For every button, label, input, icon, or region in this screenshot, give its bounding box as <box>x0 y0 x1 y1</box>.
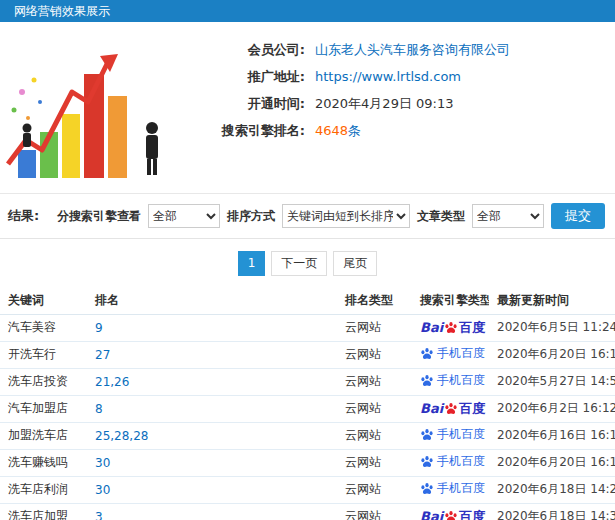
info-row-company: 会员公司: 山东老人头汽车服务咨询有限公司 <box>185 36 615 63</box>
mobile-baidu-logo: 手机百度 <box>420 426 485 443</box>
rank-cell[interactable]: 25,28,28 <box>87 422 337 449</box>
pagination: 1 下一页 尾页 <box>0 239 615 287</box>
update-time-cell: 2020年6月5日 11:24 <box>489 314 615 341</box>
rank-type-cell: 云网站 <box>337 341 412 368</box>
table-header-row: 关键词 排名 排名类型 搜索引擎类型 最新更新时间 <box>0 287 615 314</box>
company-label: 会员公司: <box>185 41 305 59</box>
update-time-cell: 2020年6月2日 16:12 <box>489 395 615 422</box>
col-keyword: 关键词 <box>0 287 87 314</box>
col-rank: 排名 <box>87 287 337 314</box>
keyword-cell: 汽车美容 <box>0 314 87 341</box>
mobile-baidu-logo: 手机百度 <box>420 480 485 497</box>
baidu-logo: Bai百度 <box>420 319 485 337</box>
keyword-cell: 洗车赚钱吗 <box>0 449 87 476</box>
rank-cell[interactable]: 8 <box>87 395 337 422</box>
open-time-label: 开通时间: <box>185 95 305 113</box>
keyword-cell: 加盟洗车店 <box>0 422 87 449</box>
rank-count-number: 4648 <box>315 123 348 138</box>
page-current[interactable]: 1 <box>238 251 266 276</box>
col-engine-type: 搜索引擎类型 <box>412 287 489 314</box>
paw-icon <box>420 374 434 388</box>
sort-select[interactable]: 关键词由短到长排序 <box>282 204 410 228</box>
submit-button[interactable]: 提交 <box>551 203 605 229</box>
paw-icon <box>420 347 434 361</box>
type-filter-label: 文章类型 <box>417 208 465 225</box>
table-row: 加盟洗车店25,28,28云网站手机百度2020年6月16日 16:11 <box>0 422 615 449</box>
table-row: 开洗车行27云网站手机百度2020年6月20日 16:16 <box>0 341 615 368</box>
table-row: 洗车店加盟3云网站Bai百度2020年6月18日 14:30 <box>0 503 615 520</box>
rank-cell[interactable]: 3 <box>87 503 337 520</box>
info-row-open-time: 开通时间: 2020年4月29日 09:13 <box>185 90 615 117</box>
rank-type-cell: 云网站 <box>337 368 412 395</box>
table-row: 洗车赚钱吗30云网站手机百度2020年6月20日 16:13 <box>0 449 615 476</box>
engine-cell: Bai百度 <box>412 395 489 422</box>
filter-bar: 结果: 分搜索引擎查看 全部 排序方式 关键词由短到长排序 文章类型 全部 提交 <box>0 194 615 239</box>
mobile-baidu-logo: 手机百度 <box>420 345 485 362</box>
update-time-cell: 2020年6月20日 16:13 <box>489 449 615 476</box>
chart-illustration <box>0 32 185 182</box>
update-time-cell: 2020年6月18日 14:27 <box>489 476 615 503</box>
next-page-button[interactable]: 下一页 <box>271 251 327 276</box>
last-page-button[interactable]: 尾页 <box>333 251 377 276</box>
rank-type-cell: 云网站 <box>337 395 412 422</box>
keyword-cell: 汽车加盟店 <box>0 395 87 422</box>
rank-cell[interactable]: 21,26 <box>87 368 337 395</box>
engine-select[interactable]: 全部 <box>148 204 220 228</box>
rank-cell[interactable]: 30 <box>87 449 337 476</box>
engine-cell: 手机百度 <box>412 368 489 395</box>
info-fields: 会员公司: 山东老人头汽车服务咨询有限公司 推广地址: https://www.… <box>185 32 615 185</box>
paw-icon <box>420 482 434 496</box>
promotion-url-link[interactable]: https://www.lrtlsd.com <box>315 69 461 84</box>
rank-cell[interactable]: 27 <box>87 341 337 368</box>
result-label: 结果: <box>8 207 39 225</box>
mobile-baidu-logo: 手机百度 <box>420 372 485 389</box>
page-title: 网络营销效果展示 <box>14 4 110 18</box>
update-time-cell: 2020年5月27日 14:58 <box>489 368 615 395</box>
engine-cell: Bai百度 <box>412 314 489 341</box>
table-row: 汽车加盟店8云网站Bai百度2020年6月2日 16:12 <box>0 395 615 422</box>
update-time-cell: 2020年6月20日 16:16 <box>489 341 615 368</box>
paw-icon <box>444 510 458 520</box>
rank-type-cell: 云网站 <box>337 314 412 341</box>
col-update-time: 最新更新时间 <box>489 287 615 314</box>
table-row: 洗车店投资21,26云网站手机百度2020年5月27日 14:58 <box>0 368 615 395</box>
paw-icon <box>420 455 434 469</box>
open-time-value: 2020年4月29日 09:13 <box>315 95 454 113</box>
baidu-logo: Bai百度 <box>420 400 485 418</box>
rank-count-suffix: 条 <box>348 123 361 138</box>
keyword-cell: 洗车店投资 <box>0 368 87 395</box>
engine-cell: Bai百度 <box>412 503 489 520</box>
keyword-cell: 开洗车行 <box>0 341 87 368</box>
rank-cell[interactable]: 9 <box>87 314 337 341</box>
col-rank-type: 排名类型 <box>337 287 412 314</box>
rank-cell[interactable]: 30 <box>87 476 337 503</box>
engine-filter-label: 分搜索引擎查看 <box>57 208 141 225</box>
update-time-cell: 2020年6月18日 14:30 <box>489 503 615 520</box>
keyword-cell: 洗车店加盟 <box>0 503 87 520</box>
engine-cell: 手机百度 <box>412 449 489 476</box>
rank-type-cell: 云网站 <box>337 449 412 476</box>
bar-chart-graphic <box>0 32 185 182</box>
update-time-cell: 2020年6月16日 16:11 <box>489 422 615 449</box>
results-table: 关键词 排名 排名类型 搜索引擎类型 最新更新时间 汽车美容9云网站Bai百度2… <box>0 287 615 520</box>
sort-filter-label: 排序方式 <box>227 208 275 225</box>
table-row: 洗车店利润30云网站手机百度2020年6月18日 14:27 <box>0 476 615 503</box>
mobile-baidu-logo: 手机百度 <box>420 453 485 470</box>
baidu-logo: Bai百度 <box>420 508 485 520</box>
url-label: 推广地址: <box>185 68 305 86</box>
title-bar: 网络营销效果展示 <box>0 0 615 22</box>
paw-icon <box>420 428 434 442</box>
engine-cell: 手机百度 <box>412 476 489 503</box>
article-type-select[interactable]: 全部 <box>472 204 544 228</box>
rank-type-cell: 云网站 <box>337 503 412 520</box>
keyword-cell: 洗车店利润 <box>0 476 87 503</box>
info-panel: 会员公司: 山东老人头汽车服务咨询有限公司 推广地址: https://www.… <box>0 22 615 194</box>
paw-icon <box>444 321 458 335</box>
info-row-url: 推广地址: https://www.lrtlsd.com <box>185 63 615 90</box>
rank-type-cell: 云网站 <box>337 476 412 503</box>
company-link[interactable]: 山东老人头汽车服务咨询有限公司 <box>315 41 510 59</box>
rank-count-value: 4648条 <box>315 122 361 140</box>
engine-cell: 手机百度 <box>412 422 489 449</box>
rank-type-cell: 云网站 <box>337 422 412 449</box>
rank-count-label: 搜索引擎排名: <box>185 122 305 140</box>
